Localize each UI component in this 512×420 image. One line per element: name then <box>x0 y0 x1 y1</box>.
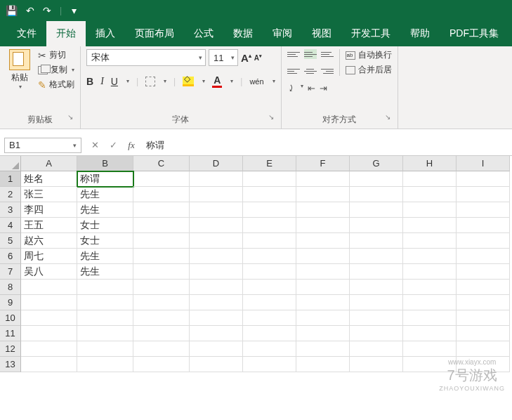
save-icon[interactable]: 💾 <box>6 5 18 16</box>
cell[interactable] <box>403 310 457 326</box>
cell[interactable] <box>190 264 243 280</box>
cell[interactable] <box>457 310 510 326</box>
cell[interactable] <box>190 218 243 233</box>
increase-font-icon[interactable]: A▴ <box>241 52 251 64</box>
decrease-font-icon[interactable]: A▾ <box>254 53 262 62</box>
cell[interactable]: 女士 <box>77 233 133 249</box>
cell[interactable] <box>403 218 457 233</box>
phonetic-dropdown-icon[interactable]: ▾ <box>273 78 275 84</box>
confirm-icon[interactable]: ✓ <box>104 140 122 150</box>
cell[interactable] <box>243 202 296 218</box>
cell[interactable] <box>403 187 457 202</box>
cell[interactable] <box>403 280 457 295</box>
borders-button[interactable] <box>145 77 155 86</box>
cell[interactable]: 李四 <box>21 202 77 218</box>
cell[interactable] <box>190 187 243 202</box>
formula-input[interactable]: 称谓 <box>140 139 512 152</box>
cell[interactable]: 先生 <box>77 202 133 218</box>
cell[interactable] <box>403 233 457 249</box>
cell[interactable] <box>350 264 403 280</box>
cell[interactable]: 先生 <box>77 264 133 280</box>
align-bottom-icon[interactable] <box>321 49 334 59</box>
row-header[interactable]: 13 <box>0 357 21 372</box>
cell[interactable] <box>133 341 190 357</box>
cell[interactable] <box>190 280 243 295</box>
cell[interactable] <box>350 310 403 326</box>
cell[interactable] <box>133 264 190 280</box>
cell[interactable] <box>350 326 403 341</box>
column-header[interactable]: E <box>243 156 296 171</box>
cell[interactable] <box>243 310 296 326</box>
cell[interactable] <box>190 202 243 218</box>
cell[interactable] <box>77 295 133 310</box>
column-header[interactable]: H <box>403 156 457 171</box>
borders-dropdown-icon[interactable]: ▾ <box>164 78 166 84</box>
underline-button[interactable]: U <box>111 76 118 87</box>
tab-home[interactable]: 开始 <box>46 21 86 46</box>
cell[interactable] <box>296 202 350 218</box>
cell[interactable] <box>190 310 243 326</box>
cell[interactable] <box>403 171 457 187</box>
cell[interactable] <box>403 295 457 310</box>
cell[interactable] <box>457 218 510 233</box>
cell[interactable] <box>350 295 403 310</box>
fx-icon[interactable]: fx <box>122 140 140 151</box>
cell[interactable]: 姓名 <box>21 171 77 187</box>
name-box[interactable]: B1 ▾ <box>4 138 81 153</box>
cell[interactable] <box>243 326 296 341</box>
cell[interactable] <box>77 341 133 357</box>
column-header[interactable]: B <box>77 156 133 171</box>
cell[interactable] <box>21 341 77 357</box>
cut-button[interactable]: ✂ 剪切 <box>38 49 74 61</box>
cell[interactable] <box>403 357 457 372</box>
cell[interactable] <box>457 341 510 357</box>
row-header[interactable]: 7 <box>0 264 21 280</box>
bold-button[interactable]: B <box>86 76 93 87</box>
align-top-icon[interactable] <box>287 49 300 59</box>
fontcolor-dropdown-icon[interactable]: ▾ <box>230 78 233 84</box>
cell[interactable] <box>133 218 190 233</box>
cell[interactable] <box>243 295 296 310</box>
tab-pdf[interactable]: PDF工具集 <box>440 21 508 46</box>
align-launcher-icon[interactable]: ↘ <box>385 113 390 121</box>
select-all-corner[interactable] <box>0 156 21 171</box>
cell[interactable] <box>190 341 243 357</box>
column-header[interactable]: G <box>350 156 403 171</box>
cell[interactable] <box>350 202 403 218</box>
cell[interactable] <box>77 280 133 295</box>
cancel-icon[interactable]: ✕ <box>86 140 104 150</box>
cell[interactable] <box>243 280 296 295</box>
increase-indent-icon[interactable]: ⇥ <box>320 83 327 93</box>
row-header[interactable]: 12 <box>0 341 21 357</box>
merge-center-button[interactable]: 合并后居 <box>346 64 392 76</box>
cell[interactable]: 吴八 <box>21 264 77 280</box>
column-header[interactable]: D <box>190 156 243 171</box>
fill-color-button[interactable] <box>183 77 194 86</box>
copy-dropdown-icon[interactable]: ▾ <box>72 67 74 73</box>
row-header[interactable]: 8 <box>0 280 21 295</box>
paste-button[interactable]: 粘贴 ▾ <box>6 49 34 90</box>
cell[interactable] <box>133 249 190 264</box>
column-header[interactable]: C <box>133 156 190 171</box>
cell[interactable]: 赵六 <box>21 233 77 249</box>
cell[interactable] <box>350 171 403 187</box>
tab-formulas[interactable]: 公式 <box>184 21 223 46</box>
align-right-icon[interactable] <box>321 66 334 76</box>
underline-dropdown-icon[interactable]: ▾ <box>126 78 129 84</box>
cell[interactable] <box>350 233 403 249</box>
cell[interactable]: 女士 <box>77 218 133 233</box>
row-header[interactable]: 4 <box>0 218 21 233</box>
cell[interactable] <box>21 310 77 326</box>
cell[interactable] <box>457 280 510 295</box>
cell[interactable] <box>457 295 510 310</box>
font-size-combo[interactable]: 11 ▾ <box>209 49 238 66</box>
cell[interactable] <box>243 264 296 280</box>
tab-data[interactable]: 数据 <box>223 21 263 46</box>
cell[interactable] <box>296 218 350 233</box>
cell[interactable] <box>243 171 296 187</box>
cell[interactable] <box>21 295 77 310</box>
cell[interactable]: 先生 <box>77 187 133 202</box>
qat-customize-icon[interactable]: ▾ <box>72 5 77 16</box>
cell[interactable] <box>350 218 403 233</box>
cell[interactable]: 周七 <box>21 249 77 264</box>
